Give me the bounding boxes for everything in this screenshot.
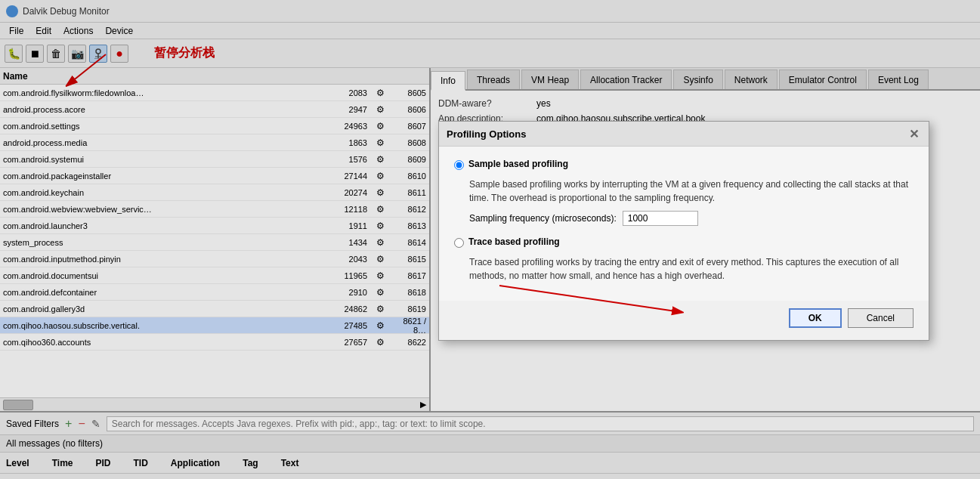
- trace-based-label[interactable]: Trace based profiling: [468, 236, 560, 247]
- profiling-dialog: Profiling Options ✕ Sample based profili…: [438, 121, 929, 341]
- sample-based-option: Sample based profiling: [454, 159, 914, 170]
- dialog-overlay: Profiling Options ✕ Sample based profili…: [0, 0, 980, 479]
- sample-based-label[interactable]: Sample based profiling: [468, 159, 568, 169]
- frequency-label: Sampling frequency (microseconds):: [469, 213, 617, 224]
- frequency-input[interactable]: [623, 211, 698, 226]
- cancel-button[interactable]: Cancel: [848, 308, 914, 328]
- sample-based-description: Sample based profiling works by interrup…: [469, 178, 914, 205]
- sample-based-radio[interactable]: [454, 160, 464, 170]
- dialog-close-button[interactable]: ✕: [906, 126, 921, 141]
- dialog-title: Profiling Options: [447, 128, 526, 140]
- dialog-titlebar: Profiling Options ✕: [439, 122, 929, 147]
- frequency-row: Sampling frequency (microseconds):: [469, 211, 914, 226]
- trace-based-option: Trace based profiling: [454, 236, 914, 248]
- ok-arrow: [477, 278, 741, 323]
- dialog-buttons: OK Cancel: [439, 301, 929, 340]
- ok-button[interactable]: OK: [789, 308, 842, 328]
- svg-line-5: [499, 286, 681, 312]
- trace-based-radio[interactable]: [454, 238, 464, 248]
